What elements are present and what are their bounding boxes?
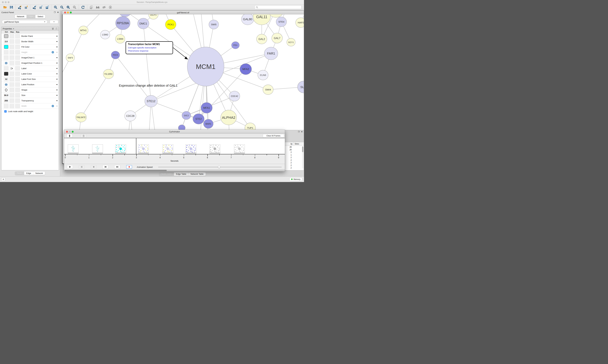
style-dropdown[interactable]: galFiltered Style ▼ bbox=[2, 20, 47, 24]
node-mcm1[interactable]: MCM1 bbox=[187, 47, 224, 86]
annotation-link[interactable]: Pheromone response bbox=[128, 49, 171, 52]
node-pck1[interactable]: PCK1 bbox=[165, 19, 176, 30]
expand-property-icon[interactable]: ◀ bbox=[56, 78, 57, 80]
default-value-cell[interactable]: 2.0 bbox=[4, 39, 9, 44]
table-tab-node-table[interactable]: Node Table bbox=[159, 172, 174, 176]
node-rps28a[interactable]: RPS28A bbox=[116, 16, 130, 30]
frame-thumbnail-1[interactable] bbox=[68, 144, 79, 153]
property-row-shape[interactable]: Shape◀ bbox=[1, 87, 59, 93]
bypass-cell[interactable] bbox=[15, 61, 20, 65]
node-gic2[interactable]: GIC2 bbox=[182, 111, 191, 119]
default-value-cell[interactable]: 50.0 bbox=[4, 93, 9, 97]
node-cdc28[interactable]: CDC28 bbox=[124, 111, 136, 121]
tab-style[interactable]: Style bbox=[27, 15, 35, 18]
open-folder-icon[interactable] bbox=[3, 5, 7, 10]
property-row-border-paint[interactable]: Border Paint◀ bbox=[1, 34, 59, 39]
bypass-cell[interactable] bbox=[15, 55, 20, 60]
mcm1-annotation[interactable]: Transcription factor MCM1 Cell-type-spec… bbox=[125, 41, 173, 54]
bypass-cell[interactable] bbox=[15, 77, 20, 81]
node-lsm2[interactable]: LSM2 bbox=[100, 30, 110, 39]
bypass-cell[interactable] bbox=[15, 99, 20, 103]
mapping-cell[interactable] bbox=[10, 72, 14, 76]
add-frame-button[interactable] bbox=[67, 134, 72, 138]
node-cdc42[interactable]: CDC42 bbox=[229, 91, 240, 101]
save-icon[interactable] bbox=[9, 5, 14, 10]
search-input[interactable] bbox=[259, 6, 300, 9]
node-dcp1[interactable]: DCP1 bbox=[149, 14, 158, 19]
tab-select[interactable]: Select bbox=[35, 15, 45, 18]
network-window-titlebar[interactable]: galFiltered.sif bbox=[62, 11, 304, 14]
mapping-cell[interactable] bbox=[10, 93, 14, 97]
mapping-cell[interactable] bbox=[10, 104, 14, 108]
slider-thumb[interactable] bbox=[218, 166, 220, 168]
table-row[interactable]: 1 bbox=[285, 154, 304, 156]
node-ste2[interactable]: STE2 bbox=[193, 114, 204, 124]
mapping-cell[interactable] bbox=[10, 50, 14, 54]
expand-property-icon[interactable]: ◀ bbox=[56, 73, 57, 75]
expand-property-icon[interactable]: ◀ bbox=[56, 46, 57, 48]
mapping-cell[interactable] bbox=[10, 61, 14, 65]
zoom-fit-icon[interactable] bbox=[66, 5, 71, 10]
default-value-cell[interactable] bbox=[4, 104, 9, 108]
mapping-cell[interactable] bbox=[10, 39, 14, 44]
frame-thumbnail-6[interactable] bbox=[186, 144, 196, 153]
bypass-cell[interactable] bbox=[15, 88, 20, 92]
mapping-cell[interactable] bbox=[10, 77, 14, 81]
expand-property-icon[interactable]: ◀ bbox=[56, 41, 57, 42]
play-button[interactable] bbox=[67, 165, 73, 169]
default-value-cell[interactable] bbox=[4, 66, 9, 71]
table-row[interactable]: 2 bbox=[285, 156, 304, 159]
table-row[interactable]: 2 bbox=[285, 159, 304, 162]
property-row-width[interactable]: Widthi◀ bbox=[1, 104, 59, 109]
node-yil105c[interactable]: YIL105C bbox=[103, 69, 114, 79]
table-row[interactable]: 2 bbox=[285, 167, 304, 169]
expand-all-icon[interactable] bbox=[52, 27, 54, 30]
properties-header[interactable]: Properties bbox=[3, 27, 12, 30]
bypass-cell[interactable] bbox=[15, 34, 20, 38]
bypass-cell[interactable] bbox=[15, 72, 20, 76]
results-scrollbar[interactable] bbox=[302, 146, 304, 169]
record-button[interactable] bbox=[126, 165, 132, 169]
mapping-cell[interactable] bbox=[10, 82, 14, 87]
property-row-image-chart-position-1[interactable]: Image/Chart Position 1◀ bbox=[1, 60, 59, 66]
delete-frame-button[interactable] bbox=[81, 134, 87, 138]
node-mfa2[interactable]: MFA2 bbox=[240, 64, 252, 75]
expand-property-icon[interactable]: ◀ bbox=[56, 100, 57, 101]
node-pdc5[interactable]: PDC5 bbox=[111, 51, 120, 59]
float-panel-icon[interactable]: ❐ bbox=[54, 11, 55, 13]
frame-thumbnail-7[interactable] bbox=[209, 144, 220, 153]
node-swi5[interactable]: SWI5 bbox=[209, 20, 219, 29]
clear-all-frames-button[interactable]: Clear All Frames bbox=[263, 134, 284, 138]
expand-property-icon[interactable]: ◀ bbox=[56, 67, 57, 69]
property-row-transparency[interactable]: 255Transparency◀ bbox=[1, 98, 59, 104]
mapping-cell[interactable] bbox=[10, 55, 14, 60]
copy-paste-icon[interactable] bbox=[89, 5, 94, 10]
table-row[interactable]: 2 bbox=[285, 161, 304, 164]
close-panel-icon[interactable]: ✕ bbox=[301, 131, 303, 133]
mapping-cell[interactable] bbox=[10, 88, 14, 92]
mapping-cell[interactable] bbox=[10, 45, 14, 49]
annotation-link[interactable]: Cell-type-specific transcription bbox=[128, 46, 171, 49]
default-value-cell[interactable]: 255 bbox=[4, 99, 9, 103]
export-table-icon[interactable] bbox=[39, 5, 43, 10]
edge-ste12-ste2[interactable] bbox=[151, 101, 199, 119]
node-mfa1[interactable]: MFA1 bbox=[201, 103, 212, 113]
refresh-icon[interactable] bbox=[81, 5, 85, 10]
lock-checkbox[interactable]: ✓ bbox=[4, 110, 7, 113]
node-ste4[interactable]: STE4 bbox=[276, 17, 287, 27]
table-tab-network-table[interactable]: Network Table bbox=[188, 172, 206, 176]
property-row-label-font-size[interactable]: 12Label Font Size◀ bbox=[1, 77, 59, 82]
bypass-cell[interactable] bbox=[15, 66, 20, 71]
node-gal80[interactable]: GAL80 bbox=[241, 14, 254, 25]
node-lsm4[interactable]: LSM4 bbox=[115, 35, 125, 43]
default-value-cell[interactable] bbox=[4, 55, 9, 60]
prev-frame-button[interactable] bbox=[102, 165, 108, 169]
property-row-label-color[interactable]: Label Color◀ bbox=[1, 71, 59, 77]
timeline-playhead[interactable] bbox=[136, 138, 136, 154]
node-cln3[interactable]: CLN3 bbox=[258, 70, 268, 80]
mapping-cell[interactable] bbox=[10, 34, 14, 38]
property-row-height[interactable]: Heighti◀ bbox=[1, 50, 59, 55]
table-row[interactable]: 25 bbox=[285, 148, 304, 151]
default-value-cell[interactable] bbox=[4, 34, 9, 38]
column-header[interactable]: ity bbox=[285, 143, 292, 145]
